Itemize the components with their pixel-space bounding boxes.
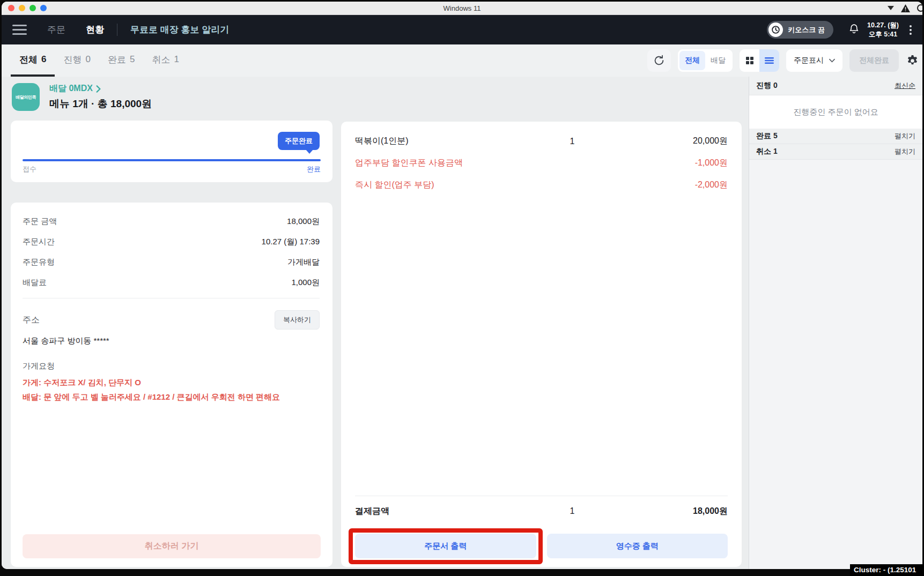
queue-completed-row[interactable]: 완료 5 펼치기: [749, 129, 922, 144]
window-title: Windows 11: [443, 4, 481, 12]
store-request-text: 가게: 수저포크 X/ 김치, 단무지 O: [23, 377, 320, 389]
expand-cancelled-link[interactable]: 펼치기: [895, 147, 915, 156]
queue-completed-title: 완료 5: [756, 131, 778, 141]
detail-value: 18,000원: [287, 216, 320, 227]
kebab-menu-icon[interactable]: [908, 24, 913, 36]
expand-completed-link[interactable]: 펼치기: [895, 131, 915, 141]
total-price: 18,000원: [604, 506, 728, 517]
item-price: -2,000원: [604, 179, 728, 191]
tab-label: 완료: [108, 54, 126, 66]
window-controls: [8, 5, 47, 11]
order-channel-link[interactable]: 배달 0MDX: [49, 83, 152, 94]
filter-delivery-button[interactable]: 배달: [705, 51, 731, 70]
refresh-button[interactable]: [647, 49, 671, 72]
extra-window-button[interactable]: [40, 5, 47, 11]
order-summary: 메뉴 1개 · 총 18,000원: [49, 97, 152, 111]
detail-row: 주문시간 10.27 (월) 17:39: [23, 231, 320, 252]
detail-row: 배달료 1,000원: [23, 272, 320, 293]
date-line: 10.27. (월): [867, 21, 899, 29]
tab-all[interactable]: 전체 6: [11, 44, 55, 77]
total-qty: 1: [540, 506, 604, 516]
bell-icon[interactable]: [848, 23, 860, 37]
grid-view-icon: [745, 56, 754, 65]
app-window: Windows 11 주문 현황 무료로 매장 홍보 알리기 키오스크 끔: [2, 2, 922, 569]
item-name: 떡볶이(1인분): [355, 136, 540, 147]
receipt-discount-row: 업주부담 할인쿠폰 사용금액 -1,000원: [355, 152, 728, 174]
time-line: 오후 5:41: [867, 30, 899, 39]
detail-value: 가게배달: [287, 257, 320, 267]
print-receipt-button[interactable]: 영수증 출력: [547, 534, 728, 558]
item-name: 즉시 할인(업주 부담): [355, 179, 540, 191]
address-value: 서울 송파구 방이동 *****: [23, 336, 320, 346]
baemin-logo: 배달의민족: [12, 83, 40, 111]
content: 배달의민족 배달 0MDX 메뉴 1개 · 총 18,000원 주문완료 접수 …: [2, 77, 922, 569]
hamburger-menu-icon[interactable]: [12, 25, 27, 35]
titlebar: Windows 11: [2, 2, 922, 15]
detail-label: 주문시간: [23, 237, 55, 247]
divider: [355, 496, 728, 496]
tab-count: 1: [174, 54, 179, 65]
datetime-display: 10.27. (월) 오후 5:41: [867, 21, 899, 39]
list-view-icon: [765, 56, 774, 65]
clock-icon: [768, 23, 783, 37]
navbar: 주문 현황 무료로 매장 홍보 알리기 키오스크 끔 10.27. (월) 오후…: [2, 15, 922, 44]
tabbar: 전체 6 진행 0 완료 5 취소 1 전체 배달: [2, 44, 922, 77]
print-order-button[interactable]: 주문서 출력: [355, 534, 536, 558]
order-channel-label: 배달 0MDX: [49, 83, 93, 94]
detail-row: 주문 금액 18,000원: [23, 211, 320, 231]
order-details-card: 주문 금액 18,000원 주문시간 10.27 (월) 17:39 주문유형 …: [11, 203, 332, 567]
cluster-status-overlay: Cluster: - (1.25101: [850, 564, 924, 576]
tab-label: 취소: [152, 54, 170, 66]
progress-start-label: 접수: [23, 164, 36, 174]
progress-card: 주문완료 접수 완료: [11, 121, 332, 182]
chevron-right-icon: [96, 85, 101, 93]
minimize-window-button[interactable]: [19, 5, 25, 11]
receipt-card: 떡볶이(1인분) 1 20,000원 업주부담 할인쿠폰 사용금액 -1,000…: [341, 122, 742, 567]
queue-in-progress-title: 진행 0: [756, 81, 778, 91]
delivery-request-text: 배달: 문 앞에 두고 벨 눌러주세요 / #1212 / 큰길에서 우회전 하…: [23, 391, 320, 403]
detail-value: 1,000원: [291, 278, 320, 288]
list-view-button[interactable]: [759, 49, 779, 72]
store-request-label: 가게요청: [23, 361, 320, 371]
queue-panel: 진행 0 최신순 진행중인 주문이 없어요 완료 5 펼치기 취소 1 펼치기: [749, 77, 922, 569]
tab-in-progress[interactable]: 진행 0: [55, 44, 99, 77]
close-window-button[interactable]: [8, 5, 14, 11]
address-label: 주소: [23, 315, 40, 326]
order-header: 배달의민족 배달 0MDX 메뉴 1개 · 총 18,000원: [12, 83, 152, 111]
complete-all-button[interactable]: 전체완료: [849, 49, 899, 72]
receipt-discount-row: 즉시 할인(업주 부담) -2,000원: [355, 174, 728, 196]
kiosk-toggle-button[interactable]: 키오스크 끔: [767, 21, 833, 39]
tab-count: 6: [41, 54, 46, 65]
grid-view-button[interactable]: [740, 49, 759, 72]
go-to-cancel-button[interactable]: 취소하러 가기: [23, 534, 321, 558]
order-display-dropdown[interactable]: 주문표시: [786, 49, 842, 72]
detail-value: 10.27 (월) 17:39: [262, 237, 320, 247]
nav-item-status[interactable]: 현황: [86, 24, 104, 36]
queue-cancelled-row[interactable]: 취소 1 펼치기: [749, 144, 922, 160]
tab-completed[interactable]: 완료 5: [99, 44, 143, 77]
tab-count: 0: [85, 54, 90, 65]
progress-bar: [23, 159, 321, 161]
nav-item-orders[interactable]: 주문: [47, 24, 65, 36]
progress-end-label: 완료: [307, 164, 321, 174]
sort-latest-link[interactable]: 최신순: [895, 81, 915, 91]
tab-cancelled[interactable]: 취소 1: [143, 44, 187, 77]
detail-label: 주문유형: [23, 257, 55, 267]
warning-icon[interactable]: [901, 4, 910, 12]
settings-button[interactable]: [906, 54, 919, 68]
detail-label: 배달료: [23, 278, 47, 288]
dropdown-arrow-icon[interactable]: [888, 6, 894, 10]
receipt-item-row: 떡볶이(1인분) 1 20,000원: [355, 130, 728, 152]
item-name: 업주부담 할인쿠폰 사용금액: [355, 158, 540, 169]
status-badge: 주문완료: [278, 132, 320, 150]
tab-count: 5: [130, 54, 135, 65]
channel-filter: 전체 배달: [678, 49, 733, 72]
zoom-window-button[interactable]: [29, 5, 36, 11]
item-price: 20,000원: [604, 136, 728, 147]
payment-total-row: 결제금액 1 18,000원: [355, 497, 728, 525]
detail-row: 주문유형 가게배달: [23, 252, 320, 272]
queue-empty-message: 진행중인 주문이 없어요: [749, 95, 922, 129]
filter-all-button[interactable]: 전체: [679, 51, 705, 70]
copy-address-button[interactable]: 복사하기: [275, 310, 320, 330]
promo-link[interactable]: 무료로 매장 홍보 알리기: [117, 24, 229, 36]
